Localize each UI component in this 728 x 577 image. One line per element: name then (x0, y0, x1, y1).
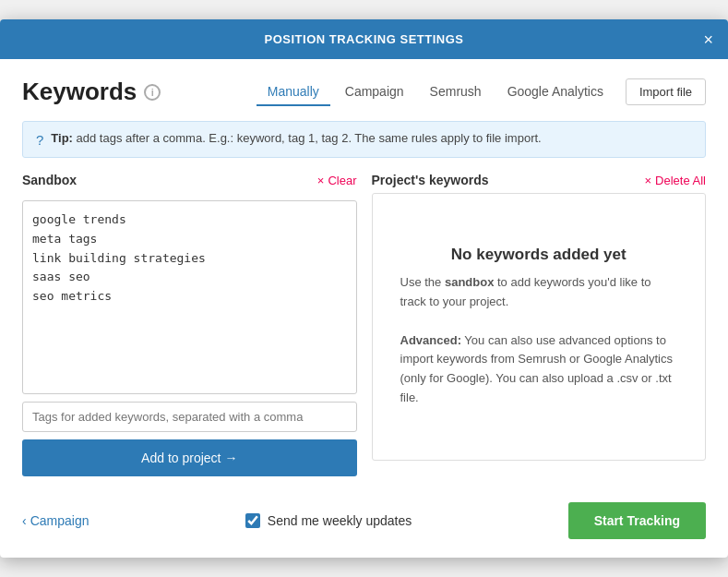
start-tracking-button[interactable]: Start Tracking (568, 502, 706, 539)
weekly-updates-checkbox[interactable] (245, 513, 260, 528)
project-keywords-panel: Project's keywords × Delete All No keywo… (372, 173, 707, 476)
modal-header: POSITION TRACKING SETTINGS × (0, 19, 728, 59)
modal-title: POSITION TRACKING SETTINGS (265, 32, 464, 46)
delete-all-button[interactable]: × Delete All (644, 174, 706, 187)
delete-all-label: Delete All (655, 174, 706, 187)
panels-container: Sandbox × Clear google trends meta tags … (22, 173, 706, 476)
import-file-button[interactable]: Import file (626, 78, 706, 105)
delete-x-icon: × (644, 174, 651, 187)
page-title: Keywords (22, 78, 137, 106)
tip-label: Tip: (51, 131, 73, 145)
clear-button[interactable]: × Clear (317, 174, 357, 187)
tab-semrush[interactable]: Semrush (419, 78, 493, 106)
project-header: Project's keywords × Delete All (372, 173, 707, 193)
project-keywords-title: Project's keywords (372, 173, 489, 187)
no-keywords-content: No keywords added yet Use the sandbox to… (373, 194, 706, 460)
add-to-project-button[interactable]: Add to project → (22, 439, 357, 476)
close-button[interactable]: × (703, 31, 713, 48)
tab-manually[interactable]: Manually (257, 78, 330, 106)
footer: ‹ Campaign Send me weekly updates Start … (22, 491, 706, 543)
clear-x-icon: × (317, 174, 325, 187)
no-keywords-desc-1: Use the (400, 275, 445, 289)
advanced-label: Advanced: (400, 333, 461, 347)
back-campaign-link[interactable]: ‹ Campaign (22, 513, 90, 528)
modal-container: POSITION TRACKING SETTINGS × Keywords i … (0, 19, 728, 558)
no-keywords-title: No keywords added yet (451, 246, 627, 264)
weekly-updates-label: Send me weekly updates (268, 513, 412, 528)
info-icon[interactable]: i (144, 84, 161, 101)
tip-text: add tags after a comma. E.g.: keyword, t… (77, 131, 542, 145)
tab-campaign[interactable]: Campaign (334, 78, 415, 106)
back-label: Campaign (30, 513, 90, 528)
clear-label: Clear (328, 174, 356, 187)
tab-google-analytics[interactable]: Google Analytics (496, 78, 615, 106)
no-keywords-description: Use the sandbox to add keywords you'd li… (400, 273, 678, 408)
keywords-title: Keywords i (22, 78, 161, 106)
tip-icon: ? (36, 132, 43, 148)
sandbox-header: Sandbox × Clear (22, 173, 357, 187)
modal-body: Keywords i Manually Campaign Semrush Goo… (0, 59, 728, 558)
keywords-header: Keywords i Manually Campaign Semrush Goo… (22, 78, 706, 106)
sandbox-bold-text: sandbox (445, 275, 494, 289)
project-keywords-box: No keywords added yet Use the sandbox to… (372, 193, 707, 461)
back-chevron-icon: ‹ (22, 513, 27, 528)
weekly-updates-container: Send me weekly updates (245, 513, 412, 528)
sandbox-textarea[interactable]: google trends meta tags link building st… (22, 200, 357, 394)
add-to-project-label: Add to project → (141, 451, 237, 465)
tags-input[interactable] (22, 402, 357, 432)
sandbox-panel: Sandbox × Clear google trends meta tags … (22, 173, 357, 476)
tabs-container: Manually Campaign Semrush Google Analyti… (257, 78, 706, 106)
tip-bar: ? Tip: add tags after a comma. E.g.: key… (22, 121, 706, 158)
sandbox-title: Sandbox (22, 173, 77, 187)
tip-content: Tip: add tags after a comma. E.g.: keywo… (51, 131, 541, 145)
